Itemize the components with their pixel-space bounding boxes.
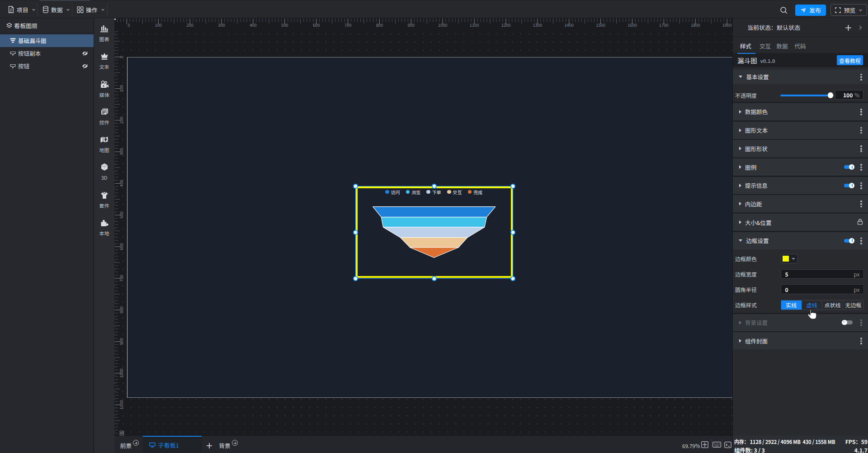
svg-text:500: 500: [118, 211, 124, 218]
svg-text:1900: 1900: [722, 22, 732, 28]
svg-text:900: 900: [118, 338, 124, 345]
svg-text:1100: 1100: [118, 400, 124, 410]
svg-text:1300: 1300: [533, 22, 542, 28]
svg-text:800: 800: [376, 22, 383, 28]
svg-text:700: 700: [118, 275, 124, 281]
svg-text:200: 200: [118, 117, 124, 124]
svg-text:0: 0: [118, 56, 124, 58]
svg-text:0: 0: [127, 22, 130, 28]
svg-text:1000: 1000: [438, 22, 448, 28]
svg-text:800: 800: [118, 306, 124, 313]
svg-text:1000: 1000: [118, 368, 124, 378]
svg-text:1700: 1700: [659, 22, 669, 28]
svg-text:900: 900: [408, 22, 415, 28]
svg-text:600: 600: [118, 243, 124, 250]
svg-text:300: 300: [218, 22, 225, 28]
svg-text:200: 200: [186, 22, 193, 28]
svg-text:1500: 1500: [596, 22, 605, 28]
svg-text:500: 500: [281, 22, 288, 28]
svg-text:600: 600: [313, 22, 320, 28]
svg-text:1200: 1200: [501, 22, 511, 28]
svg-text:1800: 1800: [691, 22, 700, 28]
svg-text:400: 400: [118, 180, 124, 187]
svg-text:300: 300: [118, 148, 124, 155]
svg-text:1600: 1600: [627, 22, 637, 28]
svg-text:1400: 1400: [564, 22, 574, 28]
svg-text:100: 100: [118, 85, 124, 92]
svg-text:700: 700: [344, 22, 351, 28]
svg-text:100: 100: [155, 22, 162, 28]
svg-text:400: 400: [250, 22, 256, 28]
svg-text:1100: 1100: [470, 22, 479, 28]
